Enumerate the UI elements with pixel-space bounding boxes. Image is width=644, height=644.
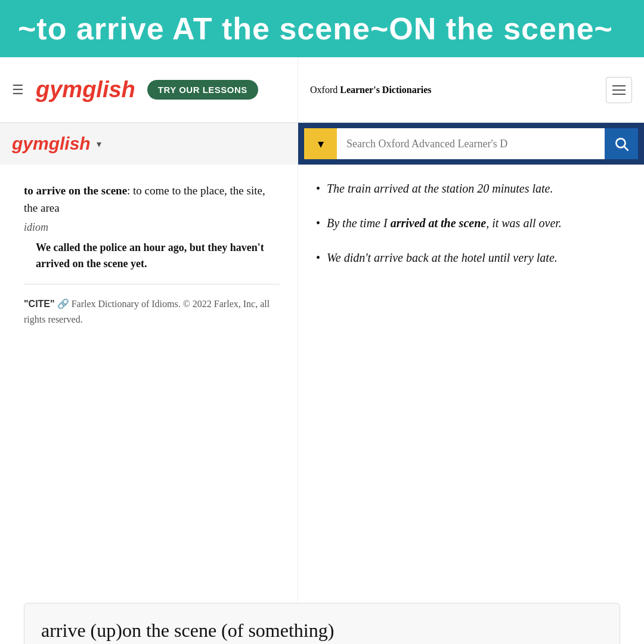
cite-label: "CITE"	[24, 299, 55, 309]
hamburger-icon[interactable]: ☰	[12, 82, 24, 98]
hamburger-lines	[612, 85, 626, 95]
search-button[interactable]	[605, 128, 638, 159]
search-area: gymglish ▾ ▾	[0, 123, 644, 165]
gymglish-sub-logo: gymglish	[12, 134, 91, 154]
oxford-search-bar: ▾	[298, 123, 644, 165]
banner-title: ~to arrive AT the scene~ON the scene~	[18, 11, 613, 47]
try-lessons-button[interactable]: TRY OUR LESSONS	[147, 80, 258, 100]
top-banner: ~to arrive AT the scene~ON the scene~	[0, 0, 644, 57]
list-item: The train arrived at the station 20 minu…	[316, 179, 626, 197]
content-left: to arrive on the scene: to come to the p…	[0, 165, 298, 603]
list-item: We didn't arrive back at the hotel until…	[316, 249, 626, 267]
svg-line-1	[624, 147, 628, 150]
dict-card: arrive (up)on the scene (of something) a…	[24, 603, 620, 644]
definition-term: to arrive on the scene	[24, 184, 127, 197]
list-item: By the time I arrived at the scene, it w…	[316, 214, 626, 232]
gymglish-nav: ☰ gymglish TRY OUR LESSONS	[0, 57, 298, 122]
bullet-text-1: The train arrived at the station 20 minu…	[327, 182, 553, 195]
main-content: to arrive on the scene: to come to the p…	[0, 165, 644, 603]
idiom-label: idiom	[24, 221, 280, 234]
search-input[interactable]	[337, 128, 605, 159]
gymglish-search-left: gymglish ▾	[0, 123, 298, 165]
oxford-logo-bold: Learner's Dictionaries	[340, 85, 431, 95]
bullet-text-3: We didn't arrive back at the hotel until…	[327, 251, 558, 264]
search-dropdown-button[interactable]: ▾	[304, 128, 337, 159]
example-sentence: We called the police an hour ago, but th…	[36, 240, 280, 272]
bullet-text-2: By the time I arrived at the scene, it w…	[327, 216, 562, 230]
gymglish-logo: gymglish	[36, 77, 135, 103]
content-right: The train arrived at the station 20 minu…	[298, 165, 644, 603]
dropdown-arrow-icon: ▾	[318, 137, 324, 151]
lower-area: arrive (up)on the scene (of something) a…	[0, 603, 644, 644]
cite-link-icon: 🔗	[57, 299, 72, 309]
oxford-nav: Oxford Learner's Dictionaries	[298, 57, 644, 122]
definition-text: to arrive on the scene: to come to the p…	[24, 182, 280, 216]
dict-card-title: arrive (up)on the scene (of something)	[41, 618, 603, 643]
nav-area: ☰ gymglish TRY OUR LESSONS Oxford Learne…	[0, 57, 644, 123]
oxford-logo-plain: Oxford	[310, 85, 340, 95]
search-icon	[614, 136, 629, 151]
gymglish-dropdown-arrow[interactable]: ▾	[97, 138, 101, 150]
bullet-list: The train arrived at the station 20 minu…	[316, 179, 626, 267]
oxford-logo: Oxford Learner's Dictionaries	[310, 85, 432, 95]
divider	[24, 284, 280, 284]
oxford-menu-button[interactable]	[606, 77, 632, 103]
cite-section: "CITE" 🔗 Farlex Dictionary of Idioms. © …	[24, 296, 280, 327]
